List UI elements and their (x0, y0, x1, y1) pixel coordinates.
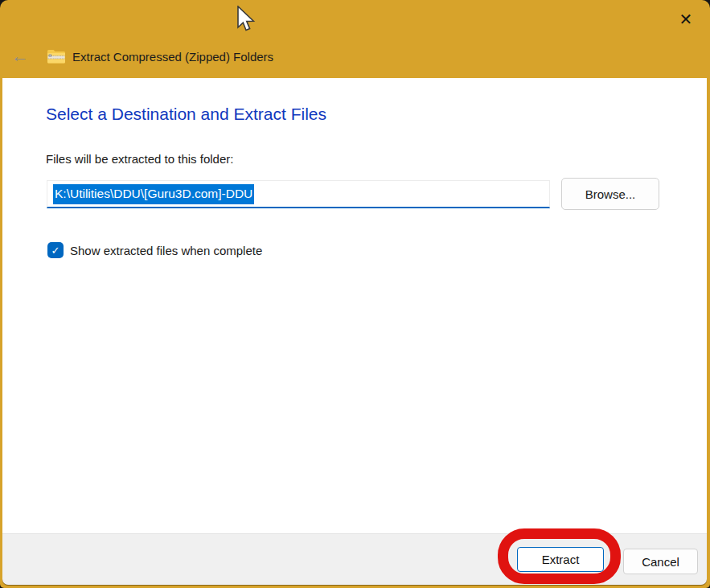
back-arrow-icon[interactable]: ← (11, 47, 32, 65)
show-files-checkbox-label: Show extracted files when complete (70, 244, 262, 257)
titlebar: ✕ ← Extract Compressed (Zipped) Folders (0, 0, 710, 78)
screenshot-root: ✕ ← Extract Compressed (Zipped) Folders … (0, 0, 710, 588)
show-files-checkbox[interactable]: ✓ (47, 242, 64, 258)
extract-wizard-window: ✕ ← Extract Compressed (Zipped) Folders … (0, 0, 710, 588)
destination-label: Files will be extracted to this folder: (46, 152, 233, 166)
cancel-button[interactable]: Cancel (623, 549, 698, 574)
dialog-title: Extract Compressed (Zipped) Folders (72, 50, 273, 64)
dialog-body: Select a Destination and Extract Files F… (2, 78, 707, 533)
dialog-footer: Extract Cancel (2, 533, 707, 585)
close-icon[interactable]: ✕ (675, 8, 697, 31)
destination-path-value: K:\Utilities\DDU\[Guru3D.com]-DDU (53, 184, 254, 204)
nav-row: ← Extract Compressed (Zipped) Folders (11, 45, 273, 68)
show-files-checkbox-row: ✓ Show extracted files when complete (47, 242, 262, 258)
zipped-folder-icon (47, 48, 66, 64)
browse-button[interactable]: Browse... (561, 178, 659, 210)
extract-button[interactable]: Extract (517, 547, 604, 572)
destination-path-input[interactable]: K:\Utilities\DDU\[Guru3D.com]-DDU (47, 180, 550, 208)
page-title: Select a Destination and Extract Files (46, 105, 326, 124)
